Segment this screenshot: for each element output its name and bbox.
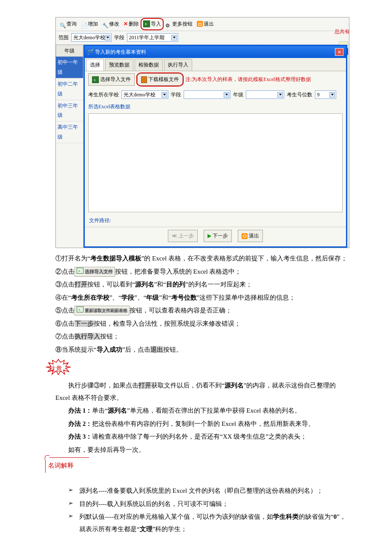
instruction-text: ①打开名为“考生数据导入模板”的 Excel 表格，在不改变表格形式的前提下，输… <box>55 252 349 356</box>
note-text: 执行步骤③时，如果点击打开获取文件以后，仍看不到“源列名”的内容，就表示这份自己… <box>55 379 349 456</box>
search-button[interactable]: 🔍查询 <box>58 19 78 29</box>
tab-execute[interactable]: 执行导入 <box>164 59 192 71</box>
sidebar-item[interactable]: 初中二年级 <box>56 78 83 100</box>
note-label: 注意 <box>49 363 62 375</box>
dialog-footer: ≪ 上一步 ▶ 下一步 ⏻退出 <box>85 227 346 246</box>
school-label: 考生所在学校 <box>88 90 119 100</box>
filter-bar: 范围 光大demo学校 学段 2011学年上学期 <box>56 31 349 45</box>
digits-label: 考生号位数 <box>287 90 312 100</box>
excel-icon <box>77 306 84 312</box>
import-dialog: 🪄 导入新的考生基本资料 ✕ 选择 预览数据 检验数据 执行导入 选择导入文件 … <box>84 45 347 248</box>
scope-combo[interactable]: 光大demo学校 <box>71 33 112 42</box>
select-file-inline-button: 选择导入文件 <box>75 267 115 277</box>
excel-icon <box>77 268 84 274</box>
grade-combo[interactable] <box>246 90 284 99</box>
school-combo[interactable]: 光大demo学校 <box>121 90 168 99</box>
dialog-title-bar: 🪄 导入新的考生基本资料 ✕ <box>85 46 346 58</box>
prev-button[interactable]: ≪ 上一步 <box>168 230 198 242</box>
arrow-icon: ▶ <box>208 231 211 241</box>
gear-icon: ⚙ <box>165 21 171 27</box>
page-icon: 📄 <box>81 21 87 27</box>
term-label: 学段 <box>114 33 124 43</box>
tab-check[interactable]: 检验数据 <box>135 59 163 71</box>
sidebar-item[interactable]: 初中三年级 <box>56 100 83 122</box>
total-flag: 总共有 <box>334 27 350 37</box>
glossary-list: 源列名----准备要载入到系统里的 Excel 文件的列名（即自己整理的这份表格… <box>55 485 349 535</box>
term-combo[interactable]: 2011学年上学期 <box>127 33 178 42</box>
magnifier-icon: 🔍 <box>60 21 66 27</box>
seg-label: 学段 <box>171 90 181 100</box>
sidebar-head: 年级 <box>56 45 83 57</box>
note-callout: 注意 <box>43 359 349 377</box>
tab-preview[interactable]: 预览数据 <box>105 59 133 71</box>
excel-icon <box>92 76 99 83</box>
download-template-button[interactable]: 下载模板文件 <box>137 73 183 86</box>
glossary-label: 名词解释 <box>48 462 74 469</box>
digits-combo[interactable]: 9 <box>315 90 336 99</box>
grade-label: 年级 <box>233 90 243 100</box>
power-icon: ⏻ <box>197 21 203 27</box>
exit-button[interactable]: ⏻退出 <box>195 19 216 29</box>
next-button[interactable]: ▶ 下一步 <box>204 230 232 242</box>
close-icon[interactable]: ✕ <box>335 48 343 56</box>
tab-select[interactable]: 选择 <box>86 59 104 71</box>
delete-button[interactable]: ✕删除 <box>122 19 141 29</box>
book-icon <box>141 76 147 83</box>
reload-inline-button: 重新读取文件刷新表格 <box>75 306 130 315</box>
x-icon: ✕ <box>124 19 128 29</box>
dlg-exit-button[interactable]: ⏻退出 <box>238 230 263 242</box>
sidebar-item[interactable]: 高中三年级 <box>56 121 83 143</box>
wrench-icon: 🔧 <box>102 21 108 27</box>
glossary-callout: 名词解释 <box>45 457 89 473</box>
import-button[interactable]: 导入 <box>141 19 163 29</box>
power-icon: ⏻ <box>242 233 248 239</box>
modify-button[interactable]: 🔧修改 <box>101 19 121 29</box>
sidebar-item[interactable]: 初中一年级 <box>56 57 83 78</box>
excel-preview-area <box>88 113 343 212</box>
more-button[interactable]: ⚙更多按钮 <box>164 19 194 29</box>
seg-combo[interactable] <box>184 90 231 99</box>
scope-label: 范围 <box>58 33 69 43</box>
hint-text: 注:为本次导入的样表，请按此模板Excel格式整理好数据 <box>185 75 311 84</box>
main-toolbar: 🔍查询 📄增加 🔧修改 ✕删除 导入 ⚙更多按钮 ⏻退出 <box>56 17 349 31</box>
wizard-icon: 🪄 <box>87 49 94 55</box>
grade-sidebar: 年级 初中一年级 初中二年级 初中三年级 高中三年级 <box>56 45 84 248</box>
excel-icon <box>143 20 150 27</box>
select-file-button[interactable]: 选择导入文件 <box>88 73 135 86</box>
dialog-tabs: 选择 预览数据 检验数据 执行导入 <box>85 58 346 71</box>
add-button[interactable]: 📄增加 <box>79 19 100 29</box>
excel-area-label: 所选Excel表格数据 <box>85 102 346 112</box>
app-screenshot: 🔍查询 📄增加 🔧修改 ✕删除 导入 ⚙更多按钮 ⏻退出 范围 光大demo学校… <box>55 17 349 248</box>
file-path-label: 文件路径: <box>85 214 346 227</box>
